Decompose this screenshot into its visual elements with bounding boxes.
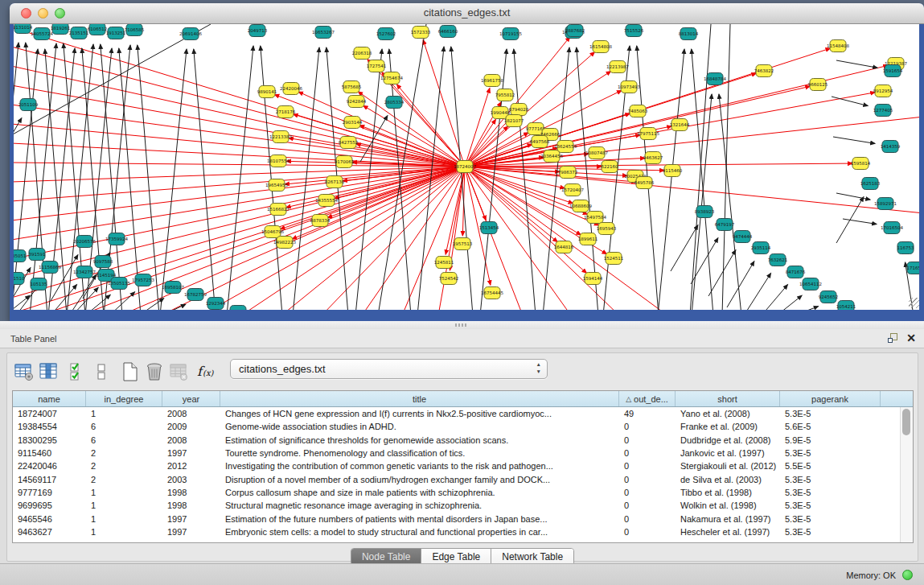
graph-node-label: 7463822 (754, 68, 774, 73)
graph-node-label: 13505135 (108, 281, 130, 286)
table-row[interactable]: 977716911998Corpus callosum shape and si… (13, 486, 913, 499)
graph-node-label: 18107554 (267, 159, 290, 163)
cell: 5.3E-5 (780, 527, 881, 537)
table-row[interactable]: 946362711997Embryonic stem cells: a mode… (13, 525, 913, 538)
cell: 2 (86, 475, 162, 484)
graph-node-label: 17016504 (881, 225, 903, 230)
graph-edge (382, 72, 465, 167)
cell: 2012 (162, 461, 220, 471)
new-table-icon[interactable] (118, 360, 142, 383)
graph-node-label: 15720407 (561, 187, 584, 192)
graph-node-label: 2805334 (384, 100, 405, 105)
graph-edge (744, 273, 771, 310)
cell: 5.3E-5 (780, 409, 881, 418)
table-row[interactable]: 1830029562008Estimation of significance … (13, 434, 913, 447)
table-row[interactable]: 1456911722003Disruption of a novel membe… (13, 472, 913, 485)
resize-grip-icon[interactable] (909, 298, 919, 308)
graph-node-label: 20691406 (179, 31, 202, 36)
node-table: namein_degreeyeartitle△out_de...shortpag… (12, 390, 914, 543)
graph-edge (465, 52, 594, 167)
cell: 2008 (162, 409, 220, 418)
table-selector-dropdown[interactable]: citations_edges.txt ▲▼ (230, 359, 548, 379)
graph-edge (14, 105, 465, 167)
graph-node-label: 16154808 (589, 44, 612, 49)
cell: Genome-wide association studies in ADHD. (220, 422, 619, 431)
graph-node-label: 9242844 (347, 99, 367, 104)
delete-trash-icon[interactable] (142, 360, 166, 383)
cell: 0 (619, 527, 676, 537)
column-select-icon[interactable] (36, 360, 60, 383)
graph-node-label: 18724007 (454, 164, 476, 169)
window-title: citations_edges.txt (10, 6, 924, 19)
cell: Tibbo et al. (1998) (676, 488, 780, 497)
column-header-out_de[interactable]: △out_de... (619, 391, 676, 406)
cell: 5.5E-5 (780, 461, 881, 471)
column-header-name[interactable]: name (13, 391, 86, 406)
column-header-short[interactable]: short (676, 391, 780, 406)
graph-node-label: 12342757 (73, 270, 96, 274)
graph-node-label: 10719155 (499, 31, 522, 36)
table-row[interactable]: 946554611997Estimation of the future num… (13, 512, 913, 525)
network-canvas[interactable]: 1872400722420046989014127181761221338318… (14, 24, 919, 310)
cell: 5.3E-5 (780, 501, 881, 510)
float-panel-icon[interactable] (887, 332, 899, 344)
cell: 1997 (162, 514, 220, 524)
cell: 9777169 (13, 488, 86, 497)
vertical-scrollbar[interactable] (900, 407, 913, 542)
cell: 9463627 (13, 527, 86, 537)
graph-edge (161, 167, 465, 310)
sort-ascending-icon: △ (626, 395, 631, 403)
graph-node-label: 6495786 (634, 180, 655, 185)
graph-node-label: 1524511 (604, 256, 624, 261)
column-header-pagerank[interactable]: pagerank (780, 391, 881, 406)
graph-node-label: 7955812 (495, 93, 515, 97)
column-header-title[interactable]: title (220, 391, 619, 406)
graph-node-label: 9474444 (733, 234, 753, 239)
graph-node-label: 8912954 (873, 89, 893, 93)
table-row[interactable]: 911546021997Tourette syndrome. Phenomeno… (13, 447, 913, 459)
tab-network-table[interactable]: Network Table (491, 549, 573, 565)
graph-node-label: 1644816 (554, 245, 574, 249)
graph-node-label: 9097588 (93, 259, 113, 264)
tab-node-table[interactable]: Node Table (351, 549, 422, 565)
graph-edge (109, 292, 135, 310)
graph-edge (777, 295, 802, 310)
tab-edge-table[interactable]: Edge Table (421, 549, 491, 565)
clear-selection-icon[interactable] (89, 360, 113, 383)
cell: 1997 (162, 527, 220, 537)
scrollbar-thumb[interactable] (902, 409, 910, 435)
table-row[interactable]: 1938455462009Genome-wide association stu… (13, 420, 913, 433)
graph-edge (119, 48, 141, 310)
graph-node-label: 2887682 (565, 28, 585, 33)
cell: Hescheler et al. (1997) (676, 527, 780, 537)
cell: 5.3E-5 (780, 448, 881, 458)
graph-node-label: 1990448 (491, 110, 511, 115)
graph-node-label: 20364456 (540, 154, 563, 159)
table-row[interactable]: 2242004622012Investigating the contribut… (13, 459, 913, 472)
table-row[interactable]: 1872400712008Changes of HCN gene express… (13, 407, 913, 420)
cell: 1 (86, 527, 162, 537)
column-header-year[interactable]: year (162, 391, 220, 406)
graph-edge (836, 60, 877, 68)
table-settings-icon[interactable] (12, 360, 36, 383)
cell: 1 (86, 514, 162, 524)
graph-node-label: 8267130 (325, 179, 345, 184)
cell: Franke et al. (2009) (676, 422, 780, 431)
close-panel-icon[interactable]: ✕ (906, 332, 916, 344)
table-row[interactable]: 969969511998Structural magnetic resonanc… (13, 499, 913, 512)
graph-node-label: 2206318 (352, 51, 372, 56)
delete-table-icon[interactable] (166, 360, 191, 383)
table-panel-title: Table Panel (10, 334, 57, 344)
graph-node-label: 1277405 (873, 108, 893, 113)
graph-node-label: 8938923 (695, 209, 715, 214)
select-all-icon[interactable] (65, 360, 89, 383)
window-titlebar[interactable]: citations_edges.txt (10, 3, 924, 24)
memory-indicator[interactable] (902, 570, 913, 580)
cell: 14569117 (13, 475, 86, 484)
column-header-in_degree[interactable]: in_degree (86, 391, 162, 406)
graph-node-label: 10973493 (618, 84, 640, 89)
graph-node-label: 105135 (31, 282, 47, 286)
graph-node-label: 15166827 (267, 207, 290, 212)
graph-edge (402, 167, 465, 310)
function-builder-icon[interactable]: f(x) (195, 360, 220, 383)
